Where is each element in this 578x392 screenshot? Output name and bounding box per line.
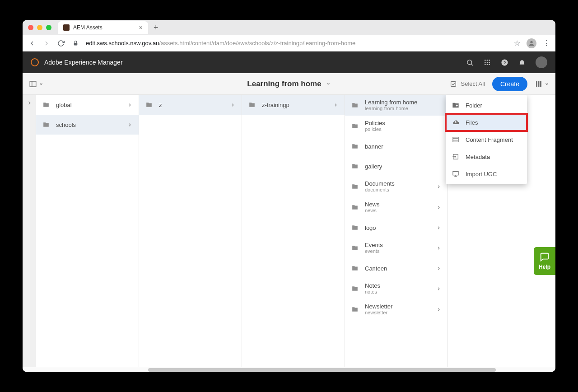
item-label: Newsletter — [365, 303, 392, 310]
column-item[interactable]: Policiespolicies — [345, 116, 447, 136]
column-item[interactable]: Notesnotes — [345, 278, 447, 299]
folder-icon — [42, 121, 50, 128]
create-menu-item-content-fragment[interactable]: Content Fragment — [446, 131, 527, 148]
menu-item-label: Content Fragment — [466, 136, 513, 143]
page-title[interactable]: Learning from home — [247, 79, 331, 89]
address-bar: edit.sws.schools.nsw.gov.au/assets.html/… — [23, 35, 555, 51]
item-sublabel: notes — [365, 289, 380, 294]
svg-rect-0 — [74, 43, 77, 45]
import-icon — [452, 153, 459, 160]
folder-icon — [42, 102, 50, 108]
column-0: globalschools — [36, 95, 139, 367]
chevron-right-icon — [436, 246, 441, 251]
column-item[interactable]: gallery — [345, 156, 447, 176]
view-switcher-button[interactable] — [535, 80, 549, 88]
svg-point-7 — [485, 62, 486, 63]
titlebar: AEM Assets × + — [23, 20, 555, 35]
svg-point-5 — [487, 60, 488, 61]
kebab-menu-icon[interactable]: ⋮ — [543, 39, 550, 47]
chevron-right-icon — [436, 184, 441, 189]
browser-tab[interactable]: AEM Assets × — [58, 21, 148, 34]
create-menu-item-import-ugc[interactable]: Import UGC — [446, 165, 527, 182]
item-label: logo — [365, 224, 376, 231]
reload-button[interactable] — [57, 40, 65, 47]
forward-button[interactable] — [42, 40, 51, 47]
column-item[interactable]: z — [139, 95, 242, 115]
column-item[interactable]: global — [36, 95, 139, 115]
item-label: Notes — [365, 283, 380, 289]
svg-point-2 — [467, 60, 472, 64]
bookmark-icon[interactable]: ☆ — [514, 39, 520, 47]
url-path: /assets.html/content/dam/doe/sws/schools… — [159, 40, 355, 47]
user-avatar-icon[interactable] — [536, 56, 547, 68]
column-item[interactable]: schools — [36, 115, 139, 135]
item-label: banner — [365, 143, 383, 150]
column-item[interactable]: Canteen — [345, 258, 447, 278]
apps-grid-icon[interactable] — [484, 59, 491, 66]
profile-avatar-icon[interactable] — [527, 38, 536, 48]
column-item[interactable]: banner — [345, 136, 447, 156]
item-sublabel: learning-from-home — [365, 106, 417, 111]
folder-icon — [351, 163, 359, 169]
horizontal-scrollbar[interactable] — [23, 367, 555, 372]
create-menu-item-metadata[interactable]: Metadata — [446, 148, 527, 165]
column-item[interactable]: Learning from homelearning-from-home — [345, 95, 447, 116]
create-button[interactable]: Create — [492, 77, 527, 91]
aem-header: Adobe Experience Manager ? — [23, 51, 555, 73]
svg-point-9 — [489, 62, 490, 63]
aem-logo-icon[interactable] — [31, 58, 39, 66]
fragment-icon — [452, 136, 459, 143]
favicon-icon — [63, 24, 70, 31]
help-label: Help — [539, 264, 550, 270]
minimise-window-icon[interactable] — [37, 25, 42, 30]
tab-title: AEM Assets — [73, 24, 103, 31]
page-title-text: Learning from home — [247, 79, 321, 89]
column-3: Learning from homelearning-from-homePoli… — [345, 95, 448, 367]
svg-point-4 — [485, 60, 486, 61]
new-tab-button[interactable]: + — [154, 23, 158, 33]
rail-toggle-button[interactable] — [29, 80, 43, 88]
column-item[interactable]: Eventsevents — [345, 238, 447, 258]
column-item[interactable]: Newsnews — [345, 197, 447, 218]
svg-rect-25 — [453, 172, 458, 175]
back-button[interactable] — [28, 40, 36, 47]
create-menu-item-files[interactable]: Files — [446, 114, 527, 131]
item-label: Canteen — [365, 265, 387, 272]
help-icon[interactable]: ? — [501, 59, 508, 66]
column-item[interactable]: z-trainingp — [242, 95, 345, 115]
chevron-right-icon — [127, 122, 132, 127]
aem-brand: Adobe Experience Manager — [44, 59, 123, 66]
svg-point-10 — [485, 64, 486, 65]
help-widget[interactable]: Help — [534, 247, 555, 275]
chevron-right-icon — [27, 100, 32, 106]
create-menu-item-folder[interactable]: Folder — [446, 97, 527, 114]
folder-icon — [351, 245, 359, 251]
scrollbar-thumb[interactable] — [148, 368, 496, 372]
svg-rect-18 — [536, 81, 537, 87]
chevron-right-icon — [436, 205, 441, 210]
bell-icon[interactable] — [518, 59, 526, 66]
chevron-down-icon — [326, 81, 331, 86]
folder-icon — [351, 306, 359, 313]
item-label: global — [56, 102, 72, 108]
folder-plus-icon — [452, 102, 459, 109]
svg-rect-17 — [451, 81, 456, 86]
item-sublabel: documents — [365, 187, 395, 192]
maximise-window-icon[interactable] — [46, 25, 51, 30]
close-window-icon[interactable] — [28, 25, 33, 30]
tab-close-icon[interactable]: × — [139, 24, 143, 31]
svg-point-8 — [487, 62, 488, 63]
chat-icon — [539, 252, 550, 262]
column-item[interactable]: logo — [345, 218, 447, 238]
column-item[interactable]: Documentsdocuments — [345, 176, 447, 197]
column-browser: globalschools z z-trainingp Learning fro… — [23, 95, 555, 367]
url-field[interactable]: edit.sws.schools.nsw.gov.au/assets.html/… — [86, 40, 508, 47]
item-label: z-trainingp — [262, 102, 289, 108]
item-sublabel: policies — [365, 126, 385, 132]
search-icon[interactable] — [466, 59, 474, 66]
traffic-lights — [28, 25, 51, 30]
folder-icon — [351, 285, 359, 292]
column-item[interactable]: Newsletternewsletter — [345, 299, 447, 320]
select-all-button[interactable]: Select All — [450, 80, 485, 88]
svg-rect-19 — [538, 81, 540, 87]
